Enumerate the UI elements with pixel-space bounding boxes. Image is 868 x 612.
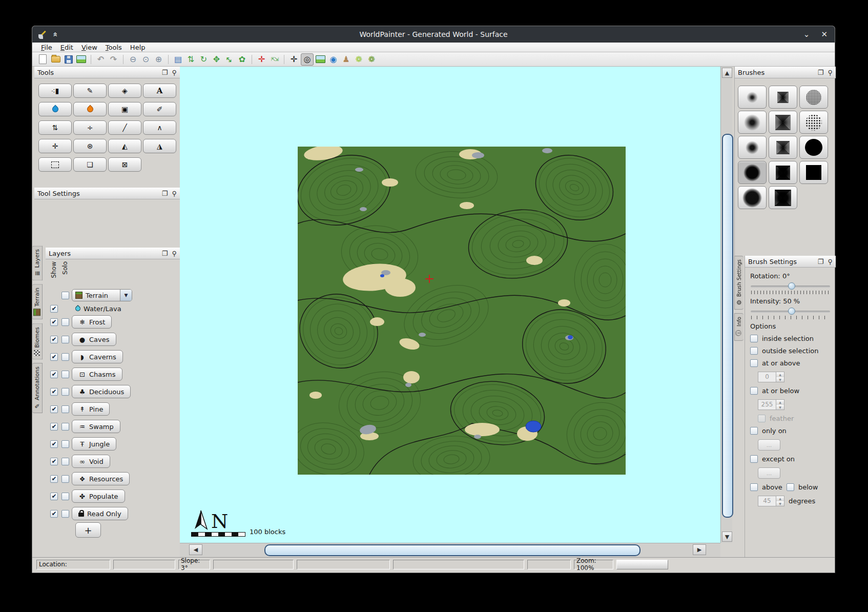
water-tool[interactable] bbox=[38, 102, 72, 116]
dimension-properties-button[interactable]: ▤ bbox=[172, 54, 184, 65]
at-or-below-checkbox[interactable] bbox=[750, 387, 758, 395]
caverns-show-checkbox[interactable] bbox=[50, 353, 58, 361]
float-panel-icon[interactable]: ❐ bbox=[818, 258, 824, 266]
vertical-scroll-thumb[interactable] bbox=[722, 134, 733, 518]
pin-panel-icon[interactable]: ⚲ bbox=[172, 190, 177, 197]
pin-panel-icon[interactable]: ⚲ bbox=[828, 69, 833, 76]
export-world-button[interactable] bbox=[75, 54, 87, 65]
smooth-tool[interactable]: ╱ bbox=[108, 120, 141, 135]
background-image-button[interactable] bbox=[315, 54, 326, 65]
jungle-solo-checkbox[interactable] bbox=[61, 440, 69, 448]
menu-file[interactable]: File bbox=[37, 44, 56, 51]
float-panel-icon[interactable]: ❐ bbox=[162, 250, 168, 257]
merge-world-button[interactable]: ✿ bbox=[236, 54, 248, 65]
eyedropper-tool[interactable]: ✐ bbox=[143, 102, 176, 116]
caves-show-checkbox[interactable] bbox=[50, 336, 58, 343]
brush-soft-circle-medium[interactable] bbox=[738, 111, 767, 134]
float-panel-icon[interactable]: ❐ bbox=[818, 69, 824, 76]
caverns-layer-button[interactable]: ◗Caverns bbox=[72, 350, 123, 363]
pin-panel-icon[interactable]: ⚲ bbox=[172, 250, 177, 257]
void-solo-checkbox[interactable] bbox=[61, 458, 69, 465]
brush-pyramid-medium-2[interactable] bbox=[769, 136, 797, 159]
tab-brush-settings[interactable]: ⚙ Brush Settings bbox=[734, 256, 743, 310]
pencil-tool[interactable]: ✎ bbox=[73, 84, 107, 98]
brush-pyramid-dark-large[interactable] bbox=[769, 186, 797, 209]
float-panel-icon[interactable]: ❐ bbox=[162, 190, 168, 197]
spinner-up-arrow[interactable]: ▲ bbox=[776, 372, 784, 377]
at-or-above-spinner[interactable]: 0 ▲▼ bbox=[758, 372, 784, 382]
rotation-slider-handle[interactable] bbox=[788, 282, 795, 290]
void-layer-button[interactable]: ∞Void bbox=[72, 455, 110, 468]
terrain-dropdown[interactable]: Terrain ▼ bbox=[72, 289, 132, 301]
tab-layers[interactable]: ≣ Layers bbox=[32, 246, 43, 280]
horizontal-scroll-thumb[interactable] bbox=[264, 544, 640, 556]
feather-checkbox[interactable] bbox=[758, 415, 766, 422]
unfold-chevrons-icon[interactable]: « bbox=[51, 32, 60, 37]
menu-view[interactable]: View bbox=[78, 44, 101, 51]
swamp-show-checkbox[interactable] bbox=[50, 423, 58, 431]
spinner-up-arrow[interactable]: ▲ bbox=[776, 496, 784, 501]
redo-button[interactable]: ↷ bbox=[108, 54, 119, 65]
set-spawn-button[interactable]: ✛ bbox=[256, 54, 267, 65]
resources-solo-checkbox[interactable] bbox=[61, 475, 69, 483]
view-origin-button[interactable]: ✛ bbox=[288, 54, 300, 65]
night-bulb-button[interactable]: ❁ bbox=[366, 54, 378, 65]
degrees-spinner[interactable]: 45 ▲▼ bbox=[758, 496, 784, 506]
raise-lower-tool[interactable]: ⇅ bbox=[38, 120, 72, 135]
swamp-layer-button[interactable]: ♒Swamp bbox=[72, 420, 120, 433]
dropdown-arrow-icon[interactable]: ▼ bbox=[120, 290, 132, 301]
zoom-reset-button[interactable]: ⊙ bbox=[140, 54, 152, 65]
map-vertical-scrollbar[interactable]: ▲ ▼ bbox=[720, 67, 732, 543]
pin-panel-icon[interactable]: ⚲ bbox=[172, 69, 177, 76]
water-lava-show-checkbox[interactable] bbox=[50, 305, 58, 313]
zoom-in-button[interactable]: ⊕ bbox=[153, 54, 164, 65]
flip-tool-two[interactable]: ◮ bbox=[143, 139, 176, 153]
brush-soft-circle-dense[interactable] bbox=[738, 136, 767, 159]
outside-selection-checkbox[interactable] bbox=[750, 347, 758, 355]
pine-layer-button[interactable]: ↟Pine bbox=[72, 402, 110, 416]
resources-layer-button[interactable]: ❖Resources bbox=[72, 472, 130, 485]
void-show-checkbox[interactable] bbox=[50, 458, 58, 465]
flood-fill-tool[interactable]: ◈ bbox=[108, 84, 141, 98]
brush-pyramid-dark[interactable] bbox=[769, 161, 797, 184]
spinner-down-arrow[interactable]: ▼ bbox=[776, 377, 784, 382]
scroll-left-arrow[interactable]: ◀ bbox=[189, 544, 202, 555]
tab-annotations[interactable]: ✎ Annotations bbox=[32, 363, 43, 413]
lava-tool[interactable] bbox=[73, 102, 107, 116]
pine-solo-checkbox[interactable] bbox=[61, 405, 69, 413]
spray-paint-tool[interactable]: ⁖▮ bbox=[38, 84, 72, 98]
frost-layer-button[interactable]: ❄Frost bbox=[72, 315, 112, 329]
flip-tool-one[interactable]: ◭ bbox=[108, 139, 141, 153]
rotate-light-tool[interactable]: ⊛ bbox=[73, 139, 107, 153]
copy-selection-tool[interactable]: ❏ bbox=[73, 157, 107, 172]
menu-help[interactable]: Help bbox=[127, 44, 149, 51]
populate-solo-checkbox[interactable] bbox=[61, 493, 69, 500]
minimize-button[interactable]: ⌄ bbox=[803, 30, 810, 39]
deciduous-show-checkbox[interactable] bbox=[50, 388, 58, 396]
new-world-button[interactable] bbox=[37, 54, 49, 65]
add-layer-button[interactable]: + bbox=[75, 522, 101, 538]
swamp-solo-checkbox[interactable] bbox=[61, 423, 69, 431]
brush-pyramid-medium[interactable] bbox=[769, 111, 797, 134]
set-height-tool[interactable]: ✛ bbox=[38, 139, 72, 153]
caves-solo-checkbox[interactable] bbox=[61, 336, 69, 343]
read-only-solo-checkbox[interactable] bbox=[61, 510, 69, 518]
only-on-checkbox[interactable] bbox=[750, 427, 758, 435]
close-button[interactable]: ✕ bbox=[821, 30, 828, 39]
scroll-right-arrow[interactable]: ▶ bbox=[693, 544, 706, 555]
read-only-layer-button[interactable]: Read Only bbox=[72, 507, 128, 520]
float-panel-icon[interactable]: ❐ bbox=[162, 69, 168, 76]
tab-terrain[interactable]: Terrain bbox=[32, 284, 43, 319]
brush-hard-circle-selected[interactable] bbox=[738, 161, 767, 184]
terrain-solo-checkbox[interactable] bbox=[61, 292, 69, 299]
at-or-above-checkbox[interactable] bbox=[750, 359, 758, 367]
view-toggle-button[interactable]: ◉ bbox=[327, 54, 339, 65]
map-viewport[interactable]: N 100 blocks bbox=[180, 67, 720, 543]
text-tool[interactable]: A bbox=[143, 84, 176, 98]
chasms-layer-button[interactable]: ⊡Chasms bbox=[72, 368, 122, 381]
title-bar[interactable]: WorldPainter - Generated World - Surface… bbox=[32, 26, 835, 43]
tab-biomes[interactable]: Biomes bbox=[32, 323, 43, 360]
undo-button[interactable]: ↶ bbox=[95, 54, 107, 65]
spawn-marker-toggle-button[interactable]: ◎ bbox=[301, 53, 314, 66]
caverns-solo-checkbox[interactable] bbox=[61, 353, 69, 361]
